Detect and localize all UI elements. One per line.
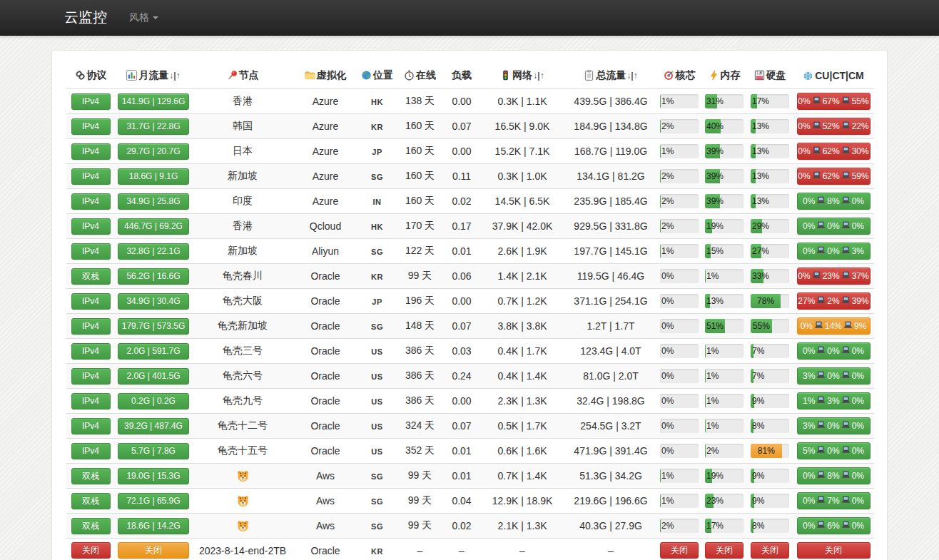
monthly-traffic-badge[interactable]: 34.9G | 25.8G [118,193,189,210]
column-header-total-traffic[interactable]: 总流量↓|↑ [564,63,657,89]
column-label: 核芯 [676,69,696,81]
cucm-badge[interactable]: 0%7%0% [797,492,871,509]
virtualization-cell: Aws [293,464,357,489]
protocol-badge[interactable]: 双栈 [71,268,111,285]
monthly-traffic-badge[interactable]: 18.6G | 14.2G [118,518,189,534]
cucm-badge[interactable]: 0%6%0% [797,517,871,534]
cucm-value: 0% [827,447,839,455]
sort-arrows[interactable]: ↓|↑ [169,71,180,81]
cucm-badge[interactable]: 0%62%59% [797,168,871,185]
load-cell: 0.02 [443,514,480,539]
protocol-badge[interactable]: IPv4 [71,218,111,235]
monthly-traffic-badge[interactable]: 39.2G | 487.4G [118,418,189,434]
cucm-value: 0% [803,347,815,355]
node-cell: 韩国 [192,114,293,139]
core-progress: 0% [660,319,699,333]
cucm-badge[interactable]: 1%3%0% [797,392,871,409]
cucm-badge[interactable]: 0%14%9% [797,317,871,335]
disk-cell: 13% [747,189,793,214]
tiger-icon [237,495,249,506]
protocol-badge[interactable]: IPv4 [71,168,111,185]
cucm-closed-badge[interactable]: 关闭 [797,542,871,559]
memory-progress: 1% [705,419,743,433]
total-traffic-cell: 40.3G | 27.9G [564,514,657,539]
core-closed-badge[interactable]: 关闭 [660,542,699,559]
sort-arrows[interactable]: ↓|↑ [626,71,637,81]
tiger-icon [237,520,249,531]
memory-closed-badge[interactable]: 关闭 [705,542,743,559]
monthly-traffic-badge[interactable]: 2.0G | 591.7G [118,343,189,360]
monthly-traffic-badge[interactable]: 446.7G | 69.2G [118,218,189,235]
protocol-badge[interactable]: IPv4 [71,243,111,260]
load-cell: 0.04 [443,489,480,514]
protocol-badge[interactable]: IPv4 [71,293,111,310]
cucm-badge[interactable]: 0%52%22% [797,118,871,135]
protocol-badge[interactable]: IPv4 [71,193,111,210]
cucm-badge[interactable]: 0%8%0% [797,193,871,210]
monthly-traffic-badge[interactable]: 34.9G | 30.4G [118,293,189,310]
column-header-protocol: 协议 [66,63,115,89]
memory-cell: 关闭 [701,539,747,560]
column-header-network[interactable]: 网络↓|↑ [480,63,564,89]
style-menu[interactable]: 风格 [118,11,169,24]
table-row: 双栈18.6G | 14.2GAwsSG99 天0.022.1K | 1.3K4… [66,514,874,539]
monthly-traffic-badge[interactable]: 32.8G | 22.1G [118,243,189,260]
cucm-badge[interactable]: 0%0%0% [797,218,871,235]
protocol-badge[interactable]: IPv4 [71,143,111,160]
cucm-badge[interactable]: 0%8%0% [797,467,871,484]
cucm-badge[interactable]: 0%0%0% [797,342,871,360]
cucm-badge[interactable]: 3%0%0% [797,367,871,385]
monthly-traffic-badge[interactable]: 19.0G | 15.3G [118,468,189,484]
online-cell: 99 天 [397,514,443,539]
monthly-traffic-badge[interactable]: 18.6G | 9.1G [118,168,189,185]
protocol-badge[interactable]: 双栈 [71,493,111,509]
monthly-traffic-badge[interactable]: 31.7G | 22.8G [118,118,189,135]
protocol-badge[interactable]: IPv4 [71,393,111,409]
monthly-traffic-badge[interactable]: 29.7G | 20.7G [118,143,189,160]
cu-ct-cm-cell: 5%0%0% [793,439,874,464]
column-header-virtualization: 虚拟化 [293,63,357,89]
protocol-badge[interactable]: IPv4 [71,118,111,135]
disk-progress: 13% [751,144,789,158]
protocol-badge[interactable]: 双栈 [71,518,111,534]
disk-progress: 9% [751,494,789,508]
disk-cell: 13% [747,139,793,164]
disk-progress: 29% [751,219,789,233]
virtualization-cell: Azure [293,164,357,189]
protocol-badge[interactable]: IPv4 [71,443,111,459]
protocol-badge[interactable]: IPv4 [71,93,111,110]
protocol-badge[interactable]: 关闭 [71,542,111,559]
cucm-badge[interactable]: 0%0%3% [797,243,871,260]
monthly-traffic-badge[interactable]: 72.1G | 65.9G [118,493,189,509]
monthly-traffic-badge[interactable]: 56.2G | 16.6G [118,268,189,285]
sort-arrows[interactable]: ↓|↑ [533,71,544,81]
monthly-traffic-badge[interactable]: 5.7G | 7.8G [118,443,189,459]
cucm-value: 37% [852,272,869,280]
memory-cell: 23% [701,489,747,514]
load-cell: 0.07 [443,114,480,139]
cu-ct-cm-cell: 0%62%59% [793,164,874,189]
monthly-traffic-badge[interactable]: 179.7G | 573.5G [118,318,189,335]
cucm-badge[interactable]: 27%2%39% [797,292,871,310]
cucm-badge[interactable]: 0%67%55% [797,93,871,110]
table-row: 双栈56.2G | 16.6G龟壳春川OracleKR99 天0.061.4K … [66,264,874,289]
app-title[interactable]: 云监控 [51,8,118,27]
cucm-badge[interactable]: 0%23%37% [797,268,871,285]
column-header-monthly-traffic[interactable]: 月流量↓|↑ [115,63,192,89]
monthly-traffic-badge[interactable]: 2.0G | 401.5G [118,368,189,385]
cucm-badge[interactable]: 5%0%0% [797,442,871,459]
cucm-badge[interactable]: 0%62%30% [797,143,871,160]
monthly-traffic-badge[interactable]: 关闭 [118,542,189,559]
protocol-badge[interactable]: IPv4 [71,418,111,434]
protocol-badge[interactable]: IPv4 [71,318,111,335]
protocol-badge[interactable]: IPv4 [71,368,111,385]
monthly-traffic-badge[interactable]: 141.9G | 129.6G [118,93,189,110]
protocol-badge[interactable]: IPv4 [71,343,111,360]
total-traffic-cell: 235.9G | 185.4G [564,189,657,214]
monthly-traffic-badge[interactable]: 0.2G | 0.2G [118,393,189,409]
disk-closed-badge[interactable]: 关闭 [751,542,789,559]
online-cell: 99 天 [397,464,443,489]
laptop-icon [841,296,851,305]
cucm-badge[interactable]: 3%0%0% [797,417,871,434]
protocol-badge[interactable]: 双栈 [71,468,111,484]
